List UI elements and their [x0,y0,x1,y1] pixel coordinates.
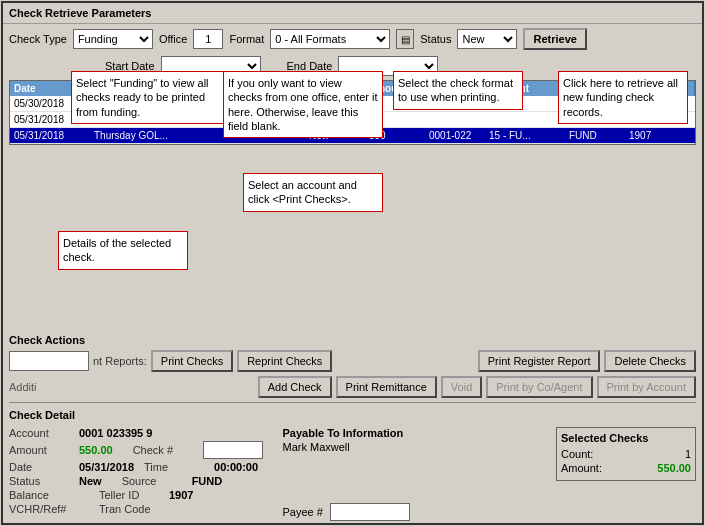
add-check-button[interactable]: Add Check [258,376,332,398]
format-icon-button[interactable]: ▤ [396,29,414,49]
tran-label: Tran Code [99,503,169,515]
delete-checks-button[interactable]: Delete Checks [604,350,696,372]
check-type-select[interactable]: Funding [73,29,153,49]
additional-input[interactable] [9,351,89,371]
check-detail-header: Check Detail [3,405,702,423]
retrieve-button[interactable]: Retrieve [523,28,586,50]
payee-row: Payee # [283,503,547,521]
status-select[interactable]: New [457,29,517,49]
format-select[interactable]: 0 - All Formats [270,29,390,49]
count-row: Count: 1 [561,448,691,460]
selected-checks-box: Selected Checks Count: 1 Amount: 550.00 [556,427,696,481]
section-divider [9,402,696,403]
reprint-checks-button[interactable]: Reprint Checks [237,350,332,372]
vchr-row: VCHR/Ref# Tran Code [9,503,273,515]
amount-row: Amount 550.00 Check # [9,441,273,459]
actions-row-1: nt Reports: Print Checks Reprint Checks … [3,348,702,374]
check-number-input[interactable] [203,441,263,459]
detail-right: Selected Checks Count: 1 Amount: 550.00 [556,427,696,521]
payable-name: Mark Maxwell [283,441,547,453]
payable-title: Payable To Information [283,427,547,439]
check-type-label: Check Type [9,33,67,45]
detail-mid: Payable To Information Mark Maxwell Paye… [283,427,547,521]
print-remittance-button[interactable]: Print Remittance [336,376,437,398]
callout-format: Select the check format to use when prin… [393,71,523,110]
balance-row: Balance Teller ID 1907 [9,489,273,501]
check-actions-header: Check Actions [3,330,702,348]
selected-checks-title: Selected Checks [561,432,691,444]
amount-row-sel: Amount: 550.00 [561,462,691,474]
office-label: Office [159,33,188,45]
window-title: Check Retrieve Parameters [3,3,702,24]
payable-section: Payable To Information Mark Maxwell Paye… [283,427,547,521]
check-actions-section: Check Actions nt Reports: Print Checks R… [3,330,702,400]
callout-retrieve: Click here to retrieve all new funding c… [558,71,688,124]
callout-funding: Select "Funding" to view all checks read… [71,71,231,124]
callout-account: Select an account and click <Print Check… [243,173,383,212]
check-detail-section: Account 0001 023395 9 Amount 550.00 Chec… [9,427,696,521]
check-label: Check # [133,444,203,456]
title-text: Check Retrieve Parameters [9,7,151,19]
account-row: Account 0001 023395 9 [9,427,273,439]
status-label: Status [420,33,451,45]
status-row: Status New Source FUND [9,475,273,487]
toolbar-row: Check Type Funding Office Format 0 - All… [3,24,702,54]
callout-office: If you only want to view checks from one… [223,71,383,138]
office-input[interactable] [193,29,223,49]
detail-left: Account 0001 023395 9 Amount 550.00 Chec… [9,427,273,521]
source-label: Source [122,475,192,487]
print-co-agent-button[interactable]: Print by Co/Agent [486,376,592,398]
print-checks-button[interactable]: Print Checks [151,350,233,372]
callout-detail: Details of the selected check. [58,231,188,270]
time-label: Time [144,461,214,473]
print-register-button[interactable]: Print Register Report [478,350,601,372]
void-button[interactable]: Void [441,376,482,398]
payee-input[interactable] [330,503,410,521]
actions-row-2: Additi Add Check Print Remittance Void P… [3,374,702,400]
reports-label: nt Reports: [93,355,147,367]
main-window: Check Retrieve Parameters Check Type Fun… [1,1,704,525]
teller-label: Teller ID [99,489,169,501]
addl-label: Additi [9,381,89,393]
print-account-button[interactable]: Print by Account [597,376,697,398]
format-label: Format [229,33,264,45]
date-row-detail: Date 05/31/2018 Time 00:00:00 [9,461,273,473]
